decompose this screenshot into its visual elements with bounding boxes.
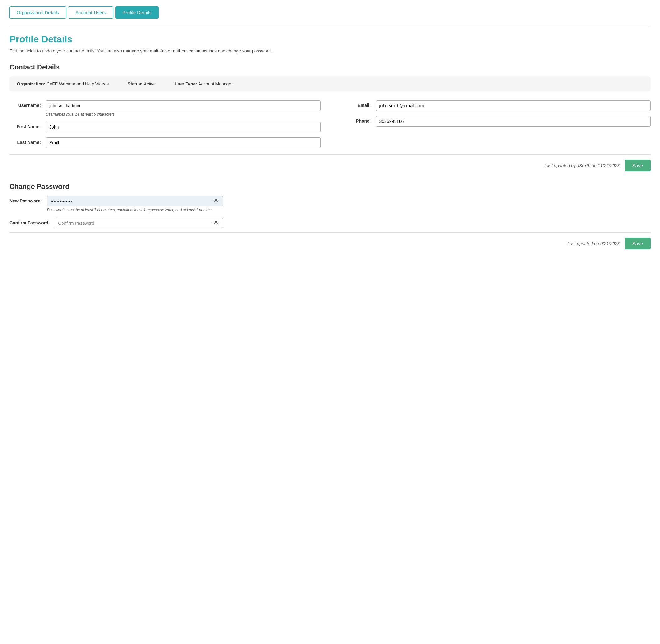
password-last-updated: Last updated on 9/21/2023	[567, 241, 620, 246]
first-name-field-wrap	[46, 122, 321, 132]
first-name-input[interactable]	[46, 122, 321, 132]
password-save-row: Last updated on 9/21/2023 Save	[9, 232, 651, 249]
contact-save-button[interactable]: Save	[625, 160, 651, 171]
page-title: Profile Details	[9, 34, 651, 45]
last-name-label: Last Name:	[9, 137, 41, 145]
change-password-title: Change Password	[9, 183, 651, 191]
tab-organization-details[interactable]: Organization Details	[9, 6, 66, 19]
contact-details-title: Contact Details	[9, 63, 651, 71]
organization-value: CaFE Webinar and Help Videos	[47, 82, 109, 87]
tab-bar: Organization Details Account Users Profi…	[9, 6, 651, 19]
last-name-row: Last Name:	[9, 137, 321, 148]
new-password-label: New Password:	[9, 196, 42, 203]
contact-last-updated: Last updated by JSmith on 11/22/2023	[544, 163, 620, 168]
email-row: Email:	[339, 100, 651, 111]
form-right-column: Email: Phone:	[339, 100, 651, 148]
confirm-password-label: Confirm Password:	[9, 218, 50, 225]
password-save-button[interactable]: Save	[625, 238, 651, 249]
contact-save-row: Last updated by JSmith on 11/22/2023 Sav…	[9, 154, 651, 171]
last-name-input[interactable]	[46, 137, 321, 148]
form-left-column: Username: Usernames must be at least 5 c…	[9, 100, 321, 148]
eye-icon-confirm: 👁	[213, 220, 219, 227]
change-password-form: New Password: 👁 Passwords must be at lea…	[9, 196, 223, 229]
user-type-label: User Type:	[175, 82, 197, 87]
page-description: Edit the fields to update your contact d…	[9, 48, 651, 54]
confirm-password-input[interactable]	[55, 218, 210, 228]
contact-form: Username: Usernames must be at least 5 c…	[9, 100, 651, 148]
user-type-value: Account Manager	[198, 82, 233, 87]
email-input[interactable]	[376, 100, 651, 111]
change-password-section: Change Password New Password: 👁 Password…	[9, 183, 651, 249]
phone-field-wrap	[376, 116, 651, 127]
username-input[interactable]	[46, 100, 321, 111]
phone-row: Phone:	[339, 116, 651, 127]
first-name-row: First Name:	[9, 122, 321, 132]
new-password-field-wrap: 👁 Passwords must be at least 7 character…	[47, 196, 223, 212]
info-user-type: User Type: Account Manager	[175, 82, 233, 87]
eye-icon: 👁	[213, 198, 219, 205]
info-organization: Organization: CaFE Webinar and Help Vide…	[17, 82, 109, 87]
username-row: Username: Usernames must be at least 5 c…	[9, 100, 321, 117]
confirm-password-toggle-visibility[interactable]: 👁	[210, 220, 223, 227]
status-value: Active	[144, 82, 156, 87]
confirm-password-wrap: 👁	[55, 218, 223, 229]
last-name-field-wrap	[46, 137, 321, 148]
organization-label: Organization:	[17, 82, 45, 87]
info-status: Status: Active	[127, 82, 156, 87]
new-password-input[interactable]	[47, 196, 210, 206]
info-bar: Organization: CaFE Webinar and Help Vide…	[9, 76, 651, 91]
email-field-wrap	[376, 100, 651, 111]
confirm-password-field-wrap: 👁	[55, 218, 223, 229]
tab-account-users[interactable]: Account Users	[68, 6, 113, 19]
status-label: Status:	[127, 82, 142, 87]
tab-profile-details[interactable]: Profile Details	[115, 6, 159, 19]
header-divider	[9, 26, 651, 26]
username-hint: Usernames must be at least 5 characters.	[46, 112, 321, 117]
new-password-wrap: 👁	[47, 196, 223, 207]
first-name-label: First Name:	[9, 122, 41, 129]
phone-label: Phone:	[339, 116, 371, 123]
new-password-toggle-visibility[interactable]: 👁	[210, 198, 223, 205]
username-label: Username:	[9, 100, 41, 108]
new-password-row: New Password: 👁 Passwords must be at lea…	[9, 196, 223, 212]
phone-input[interactable]	[376, 116, 651, 127]
confirm-password-row: Confirm Password: 👁	[9, 218, 223, 229]
new-password-hint: Passwords must be at least 7 characters,…	[47, 208, 223, 212]
username-field-wrap: Usernames must be at least 5 characters.	[46, 100, 321, 117]
email-label: Email:	[339, 100, 371, 108]
